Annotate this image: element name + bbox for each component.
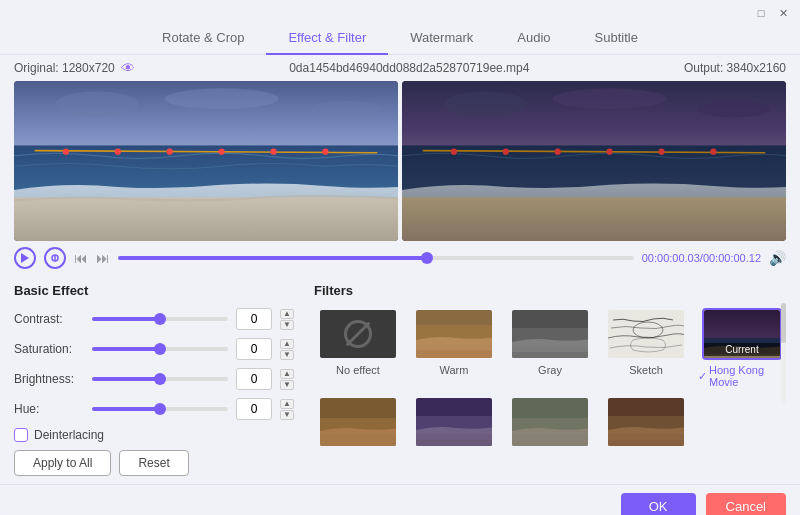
contrast-down[interactable]: ▼ <box>280 320 294 330</box>
hue-down[interactable]: ▼ <box>280 410 294 420</box>
svg-rect-12 <box>14 197 398 241</box>
contrast-spinner: ▲ ▼ <box>280 309 294 330</box>
filters-grid: No effect Warm <box>314 308 786 452</box>
tab-watermark[interactable]: Watermark <box>388 22 495 55</box>
svg-point-23 <box>658 149 664 155</box>
svg-rect-34 <box>512 352 590 360</box>
timeline-thumb[interactable] <box>421 252 433 264</box>
brightness-spinner: ▲ ▼ <box>280 369 294 390</box>
bottom-section: Basic Effect Contrast: ▲ ▼ Saturation: <box>0 275 800 484</box>
cancel-button[interactable]: Cancel <box>706 493 786 515</box>
contrast-input[interactable] <box>236 308 272 330</box>
filter-no-effect[interactable]: No effect <box>314 308 402 388</box>
svg-point-8 <box>167 149 173 155</box>
tab-effect-filter[interactable]: Effect & Filter <box>266 22 388 55</box>
info-left: Original: 1280x720 👁 <box>14 60 135 76</box>
contrast-fill <box>92 317 160 321</box>
filter-scrollbar-thumb[interactable] <box>781 303 786 343</box>
apply-to-all-button[interactable]: Apply to All <box>14 450 111 476</box>
minimize-button[interactable]: □ <box>754 6 768 20</box>
brightness-row: Brightness: ▲ ▼ <box>14 368 294 390</box>
hue-label: Hue: <box>14 402 84 416</box>
filter-r2-3[interactable] <box>506 396 594 452</box>
footer: OK Cancel <box>0 484 800 515</box>
svg-point-6 <box>63 149 69 155</box>
svg-point-3 <box>310 101 383 118</box>
tab-subtitle[interactable]: Subtitle <box>573 22 660 55</box>
saturation-slider[interactable] <box>92 347 228 351</box>
close-button[interactable]: ✕ <box>776 6 790 20</box>
filter-sketch[interactable]: Sketch <box>602 308 690 388</box>
filter-hk-movie[interactable]: Current ✓ Hong Kong Movie <box>698 308 786 388</box>
timeline-fill <box>118 256 427 260</box>
volume-icon[interactable]: 🔊 <box>769 250 786 266</box>
filter-gray-thumb <box>510 308 590 360</box>
timeline[interactable] <box>118 256 634 260</box>
deinterlace-checkbox[interactable] <box>14 428 28 442</box>
info-bar: Original: 1280x720 👁 0da1454bd46940dd088… <box>0 55 800 81</box>
brightness-label: Brightness: <box>14 372 84 386</box>
play-button[interactable] <box>14 247 36 269</box>
skip-forward-button[interactable]: ⏭ <box>96 250 110 266</box>
svg-point-9 <box>218 149 224 155</box>
filter-hk-movie-thumb: Current <box>702 308 782 360</box>
saturation-input[interactable] <box>236 338 272 360</box>
contrast-thumb[interactable] <box>154 313 166 325</box>
filter-warm[interactable]: Warm <box>410 308 498 388</box>
brightness-down[interactable]: ▼ <box>280 380 294 390</box>
stop-button[interactable] <box>44 247 66 269</box>
contrast-up[interactable]: ▲ <box>280 309 294 319</box>
original-resolution: Original: 1280x720 <box>14 61 115 75</box>
hue-thumb[interactable] <box>154 403 166 415</box>
svg-point-10 <box>270 149 276 155</box>
hue-input[interactable] <box>236 398 272 420</box>
original-preview <box>14 81 398 241</box>
svg-point-15 <box>552 88 666 109</box>
hue-spinner: ▲ ▼ <box>280 399 294 420</box>
contrast-slider[interactable] <box>92 317 228 321</box>
saturation-spinner: ▲ ▼ <box>280 339 294 360</box>
brightness-input[interactable] <box>236 368 272 390</box>
hue-fill <box>92 407 160 411</box>
svg-point-22 <box>606 149 612 155</box>
filter-r2-2[interactable] <box>410 396 498 452</box>
filters-panel: Filters No effect <box>314 283 786 476</box>
tab-rotate-crop[interactable]: Rotate & Crop <box>140 22 266 55</box>
brightness-thumb[interactable] <box>154 373 166 385</box>
preview-area <box>0 81 800 241</box>
filters-panel-title: Filters <box>314 283 786 298</box>
filter-r2-1[interactable] <box>314 396 402 452</box>
main-window: □ ✕ Rotate & Crop Effect & Filter Waterm… <box>0 0 800 515</box>
tab-audio[interactable]: Audio <box>495 22 572 55</box>
filter-r2-4[interactable] <box>602 396 690 452</box>
svg-point-1 <box>56 91 139 116</box>
svg-point-16 <box>698 101 771 118</box>
saturation-down[interactable]: ▼ <box>280 350 294 360</box>
svg-point-2 <box>164 88 278 109</box>
hue-up[interactable]: ▲ <box>280 399 294 409</box>
saturation-row: Saturation: ▲ ▼ <box>14 338 294 360</box>
skip-back-button[interactable]: ⏮ <box>74 250 88 266</box>
brightness-slider[interactable] <box>92 377 228 381</box>
check-icon: ✓ <box>698 370 707 383</box>
eye-icon[interactable]: 👁 <box>121 60 135 76</box>
title-bar: □ ✕ <box>0 0 800 22</box>
effect-panel: Basic Effect Contrast: ▲ ▼ Saturation: <box>14 283 294 476</box>
tab-bar: Rotate & Crop Effect & Filter Watermark … <box>0 22 800 55</box>
filter-warm-label: Warm <box>440 364 469 376</box>
saturation-up[interactable]: ▲ <box>280 339 294 349</box>
svg-rect-44 <box>416 440 494 448</box>
filtered-preview <box>402 81 786 241</box>
filter-hk-movie-label: ✓ Hong Kong Movie <box>698 364 786 388</box>
current-label: Current <box>704 343 780 356</box>
filter-gray[interactable]: Gray <box>506 308 594 388</box>
filter-scrollbar-track <box>781 303 786 403</box>
ok-button[interactable]: OK <box>621 493 696 515</box>
filter-gray-label: Gray <box>538 364 562 376</box>
hue-slider[interactable] <box>92 407 228 411</box>
saturation-thumb[interactable] <box>154 343 166 355</box>
brightness-up[interactable]: ▲ <box>280 369 294 379</box>
saturation-label: Saturation: <box>14 342 84 356</box>
reset-button[interactable]: Reset <box>119 450 188 476</box>
svg-point-14 <box>444 91 527 116</box>
